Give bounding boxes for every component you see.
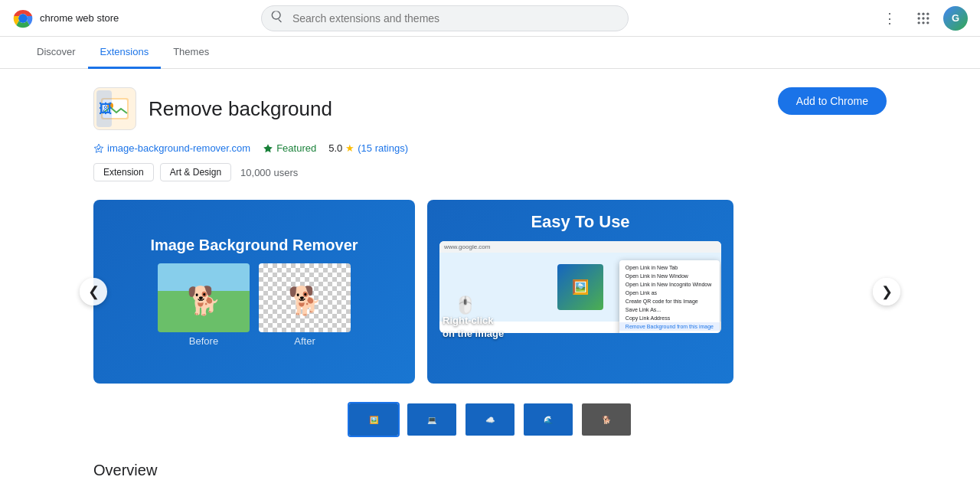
thumbnail-4[interactable]: 🌊 bbox=[522, 402, 574, 437]
slide-1: Image Background Remover Before After bbox=[93, 200, 415, 384]
browser-bar: www.google.com bbox=[439, 241, 721, 253]
ctx-open-as: Open Link as bbox=[619, 289, 720, 297]
extension-tags: Extension Art & Design 10,000 users bbox=[93, 163, 887, 181]
users-count: 10,000 users bbox=[240, 167, 298, 178]
ctx-copy: Copy bbox=[619, 331, 720, 333]
header: chrome web store ⋮ G bbox=[0, 0, 980, 37]
tag-art-design[interactable]: Art & Design bbox=[160, 163, 231, 181]
user-avatar[interactable]: G bbox=[943, 6, 968, 31]
thumb-1-inner: 🖼️ bbox=[349, 403, 398, 436]
search-bar-container bbox=[261, 5, 629, 31]
verified-icon bbox=[93, 143, 104, 154]
extension-title: Remove background bbox=[149, 97, 332, 121]
svg-point-8 bbox=[917, 21, 920, 24]
search-icon bbox=[270, 11, 283, 25]
extension-header: 🖼 Remove background Add to Chrome bbox=[93, 87, 887, 130]
ctx-open-new-window: Open Link in New Window bbox=[619, 272, 720, 280]
slide-2-content: Easy To Use www.google.com 🖼️ bbox=[427, 200, 733, 384]
carousel-next-button[interactable]: ❯ bbox=[873, 278, 900, 305]
before-after-comparison: Before After bbox=[158, 263, 351, 347]
before-item: Before bbox=[158, 263, 250, 347]
rating-display: 5.0 ★ (15 ratings) bbox=[328, 142, 408, 154]
ctx-copy-link: Copy Link Address bbox=[619, 314, 720, 322]
svg-point-9 bbox=[922, 21, 924, 24]
apps-grid-button[interactable] bbox=[910, 5, 937, 32]
screenshot-carousel: ❮ Image Background Remover Before After bbox=[93, 200, 887, 384]
chrome-web-store-logo[interactable]: chrome web store bbox=[12, 8, 119, 29]
extension-info: 🖼 Remove background bbox=[93, 87, 332, 130]
tab-discover[interactable]: Discover bbox=[24, 37, 88, 69]
rating-value: 5.0 bbox=[328, 142, 342, 154]
thumbnail-3[interactable]: ☁️ bbox=[464, 402, 516, 437]
before-image bbox=[158, 263, 250, 332]
slide-1-title: Image Background Remover bbox=[150, 237, 358, 254]
thumbnail-2[interactable]: 💻 bbox=[406, 402, 458, 437]
tab-themes[interactable]: Themes bbox=[161, 37, 221, 69]
overview-section: Overview Remove background from images e… bbox=[93, 462, 887, 480]
context-menu: Open Link in New Tab Open Link in New Wi… bbox=[619, 260, 720, 333]
browser-body: 🖼️ 🖱️ ➜ Open Link in New Tab bbox=[439, 253, 721, 322]
featured-badge: Featured bbox=[263, 142, 316, 154]
ctx-remove-bg: Remove Background from this image bbox=[619, 322, 720, 331]
after-label: After bbox=[294, 335, 315, 347]
slide-2: Easy To Use www.google.com 🖼️ bbox=[427, 200, 733, 384]
right-click-text: Right-clickon the image bbox=[443, 315, 504, 341]
extension-icon: 🖼 bbox=[93, 87, 136, 130]
mouse-icon: 🖱️ bbox=[455, 296, 475, 315]
svg-point-10 bbox=[926, 21, 929, 24]
tag-extension[interactable]: Extension bbox=[93, 163, 154, 181]
carousel-prev-button[interactable]: ❮ bbox=[80, 278, 107, 305]
browser-image-thumb: 🖼️ bbox=[557, 264, 603, 310]
source-url-link[interactable]: image-background-remover.com bbox=[93, 142, 250, 154]
slide-1-content: Image Background Remover Before After bbox=[93, 200, 415, 384]
thumb-4-inner: 🌊 bbox=[524, 403, 573, 436]
carousel-slides: Image Background Remover Before After bbox=[93, 200, 887, 384]
thumb-5-inner: 🐕 bbox=[582, 403, 631, 436]
header-store-title: chrome web store bbox=[40, 12, 119, 24]
svg-point-2 bbox=[917, 12, 920, 15]
slide-2-body: www.google.com 🖼️ 🖱️ ➜ bbox=[439, 241, 721, 333]
extension-logo-icon: 🖼 bbox=[96, 90, 133, 127]
after-image bbox=[259, 263, 351, 332]
thumb-3-inner: ☁️ bbox=[466, 403, 514, 436]
overview-heading: Overview bbox=[93, 462, 887, 479]
after-item: After bbox=[259, 263, 351, 347]
rating-count-link[interactable]: (15 ratings) bbox=[358, 142, 408, 154]
search-input[interactable] bbox=[261, 5, 629, 31]
navigation-tabs: Discover Extensions Themes bbox=[0, 37, 980, 69]
add-to-chrome-button[interactable]: Add to Chrome bbox=[778, 87, 887, 115]
ctx-save: Save Link As... bbox=[619, 305, 720, 314]
slide-2-title: Easy To Use bbox=[531, 212, 629, 232]
rating-star-icon: ★ bbox=[345, 142, 354, 154]
chevron-right-icon: ❯ bbox=[881, 283, 893, 300]
more-options-button[interactable]: ⋮ bbox=[876, 5, 903, 32]
extension-meta: image-background-remover.com Featured 5.… bbox=[93, 142, 887, 154]
svg-text:🖼: 🖼 bbox=[99, 101, 113, 116]
svg-point-6 bbox=[922, 17, 924, 19]
ctx-open-incognito: Open Link in New Incognito Window bbox=[619, 280, 720, 289]
svg-point-7 bbox=[926, 17, 929, 19]
screenshot-thumbnails: 🖼️ 💻 ☁️ 🌊 🐕 bbox=[93, 402, 887, 437]
main-content: 🖼 Remove background Add to Chrome image-… bbox=[69, 69, 911, 480]
ctx-open-new-tab: Open Link in New Tab bbox=[619, 263, 720, 272]
browser-mock-area: www.google.com 🖼️ 🖱️ ➜ bbox=[439, 241, 721, 333]
svg-point-5 bbox=[917, 17, 920, 19]
thumbnail-1[interactable]: 🖼️ bbox=[348, 402, 400, 437]
browser-image-emoji: 🖼️ bbox=[572, 279, 589, 296]
svg-point-3 bbox=[922, 12, 924, 15]
more-options-icon: ⋮ bbox=[883, 10, 897, 27]
thumbnail-5[interactable]: 🐕 bbox=[580, 402, 632, 437]
apps-grid-icon bbox=[916, 11, 931, 26]
ctx-qr: Create QR code for this Image bbox=[619, 297, 720, 305]
svg-point-1 bbox=[18, 14, 28, 23]
chevron-left-icon: ❮ bbox=[88, 283, 100, 300]
svg-point-4 bbox=[926, 12, 929, 15]
header-actions: ⋮ G bbox=[876, 5, 968, 32]
before-label: Before bbox=[189, 335, 218, 347]
avatar-initial: G bbox=[952, 12, 959, 24]
featured-icon bbox=[263, 143, 273, 154]
tab-extensions[interactable]: Extensions bbox=[88, 37, 162, 69]
thumb-2-inner: 💻 bbox=[407, 403, 456, 436]
chrome-logo-icon bbox=[12, 8, 34, 29]
